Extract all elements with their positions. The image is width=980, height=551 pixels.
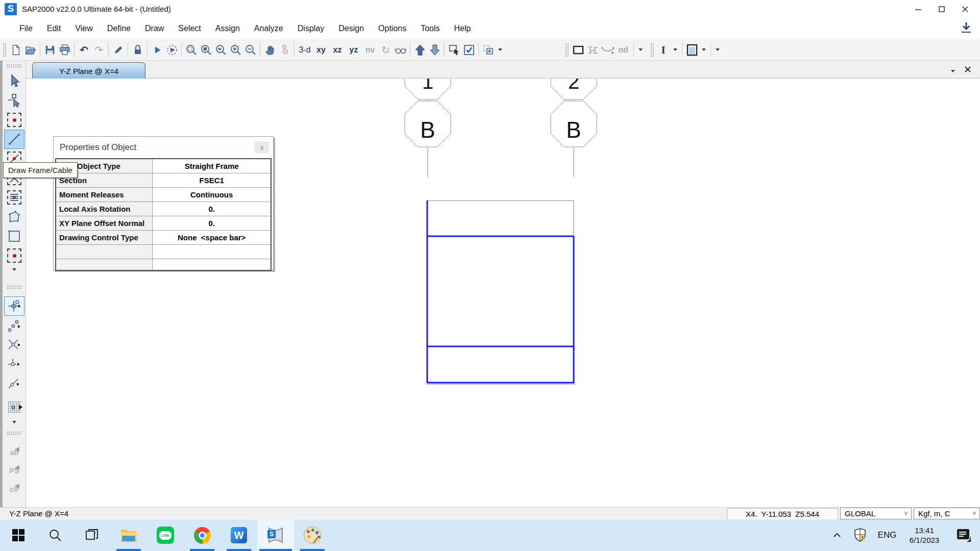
i-section-icon[interactable]: I <box>656 42 671 58</box>
menu-display[interactable]: Display <box>290 18 331 39</box>
view-xz-button[interactable]: xz <box>329 45 346 55</box>
properties-window-titlebar[interactable]: Properties of Object <box>54 137 273 158</box>
zoom-in-icon[interactable] <box>228 42 243 58</box>
frame-section-icon[interactable] <box>585 42 600 58</box>
run-dynamic-icon[interactable] <box>164 42 179 58</box>
property-value[interactable]: Continuous <box>153 188 271 202</box>
property-value[interactable]: Straight Frame <box>153 159 271 173</box>
area-section-icon[interactable] <box>684 42 699 58</box>
rubber-band-zoom-icon[interactable] <box>184 42 199 58</box>
select-all-checkbox-icon[interactable] <box>461 42 476 58</box>
grid-bubble-b-left-label: B <box>420 117 435 142</box>
zoom-out-icon[interactable] <box>243 42 258 58</box>
menu-draw[interactable]: Draw <box>138 18 171 39</box>
taskbar-clock[interactable]: 13:41 6/1/2023 <box>901 525 947 545</box>
undo-icon[interactable]: ↶ <box>77 42 91 58</box>
reposition-object-icon[interactable] <box>277 42 292 58</box>
notification-center-icon[interactable] <box>947 529 980 542</box>
open-file-icon[interactable] <box>23 42 38 58</box>
view-yz-button[interactable]: yz <box>346 45 362 55</box>
toolbar-separator <box>633 43 634 57</box>
property-value[interactable] <box>153 259 271 271</box>
lock-icon[interactable] <box>130 42 145 58</box>
menu-file[interactable]: File <box>12 18 40 39</box>
minimize-button[interactable] <box>906 1 930 18</box>
running-indicator <box>300 549 325 551</box>
menu-define[interactable]: Define <box>100 18 138 39</box>
chevron-down-icon[interactable] <box>673 48 677 53</box>
move-down-in-list-icon[interactable] <box>427 42 442 58</box>
running-indicator <box>190 549 214 551</box>
property-value[interactable]: None <space bar> <box>153 231 271 245</box>
taskbar-search-button[interactable] <box>37 519 74 551</box>
nd-section-button[interactable]: nd <box>615 45 631 55</box>
units-select[interactable]: Kgf, m, C ˅ <box>914 508 980 519</box>
property-label: Drawing Control Type <box>56 231 153 245</box>
property-value[interactable]: 0. <box>153 216 271 231</box>
run-analysis-icon[interactable] <box>150 42 164 58</box>
view-nv-button[interactable]: nv <box>362 45 378 55</box>
start-button[interactable] <box>0 519 37 551</box>
property-value[interactable]: FSEC1 <box>153 173 271 188</box>
view-tab-bar: Y-Z Plane @ X=4 <box>0 61 980 79</box>
paint-button[interactable] <box>294 519 331 551</box>
frame-members[interactable] <box>427 201 574 383</box>
copy-assigns-icon[interactable] <box>481 42 496 58</box>
menu-analyze[interactable]: Analyze <box>247 18 290 39</box>
windows-security-icon[interactable] <box>847 528 873 543</box>
close-button[interactable] <box>953 1 977 18</box>
move-up-in-list-icon[interactable] <box>412 42 427 58</box>
perspective-glasses-icon[interactable] <box>393 42 408 58</box>
toolbar-grip[interactable] <box>565 43 569 57</box>
menu-select[interactable]: Select <box>171 18 208 39</box>
download-icon[interactable] <box>960 21 973 36</box>
menu-options[interactable]: Options <box>371 18 413 39</box>
tray-chevron-up-icon[interactable] <box>827 533 847 538</box>
menu-assign[interactable]: Assign <box>208 18 247 39</box>
previous-zoom-icon[interactable] <box>213 42 228 58</box>
tab-close-icon[interactable] <box>964 65 972 73</box>
menu-design[interactable]: Design <box>331 18 371 39</box>
line-app-button[interactable]: LINE <box>147 519 184 551</box>
redo-icon[interactable]: ↷ <box>91 42 106 58</box>
view-xy-button[interactable]: xy <box>313 45 329 55</box>
restore-full-view-icon[interactable] <box>199 42 213 58</box>
pan-icon[interactable] <box>262 42 277 58</box>
toolbar-grip[interactable] <box>650 43 654 57</box>
word-button[interactable]: W <box>220 519 257 551</box>
chevron-down-icon[interactable] <box>702 48 706 53</box>
edit-pen-icon[interactable] <box>111 42 126 58</box>
chevron-down-icon[interactable] <box>716 48 720 53</box>
maximize-button[interactable] <box>930 1 953 18</box>
file-explorer-button[interactable] <box>110 519 147 551</box>
menu-tools[interactable]: Tools <box>413 18 447 39</box>
language-indicator[interactable]: ENG <box>873 530 901 540</box>
save-icon[interactable] <box>42 42 57 58</box>
view-3d-button[interactable]: 3-d <box>297 45 313 55</box>
chevron-down-icon[interactable] <box>639 48 643 53</box>
toolbar-grip[interactable] <box>3 43 7 57</box>
select-window-icon[interactable] <box>447 42 461 58</box>
chrome-button[interactable] <box>184 519 220 551</box>
tab-list-chevron-icon[interactable] <box>951 70 955 74</box>
chevron-down-icon[interactable] <box>498 48 502 53</box>
clock-date: 6/1/2023 <box>901 535 947 545</box>
tab-yz-plane[interactable]: Y-Z Plane @ X=4 <box>32 62 145 79</box>
property-label: Moment Releases <box>56 188 153 202</box>
rotate-view-icon[interactable]: ↻ <box>378 42 393 58</box>
toolbar-grip[interactable] <box>7 64 22 67</box>
print-icon[interactable] <box>57 42 72 58</box>
property-value[interactable]: 0. <box>153 202 271 216</box>
draw-rect-section-icon[interactable] <box>571 42 585 58</box>
new-model-icon[interactable] <box>8 42 23 58</box>
task-view-button[interactable] <box>74 519 110 551</box>
cable-section-icon[interactable] <box>600 42 615 58</box>
properties-close-button[interactable]: x <box>255 141 269 154</box>
menu-view[interactable]: View <box>68 18 100 39</box>
properties-of-object-window: Properties of Object x Line Object TypeS… <box>53 136 274 270</box>
sap2000-taskbar-button[interactable]: S <box>257 519 294 551</box>
coordinate-system-select[interactable]: GLOBAL ˅ <box>840 508 912 519</box>
property-value[interactable] <box>153 245 271 259</box>
menu-edit[interactable]: Edit <box>40 18 68 39</box>
menu-help[interactable]: Help <box>447 18 478 39</box>
